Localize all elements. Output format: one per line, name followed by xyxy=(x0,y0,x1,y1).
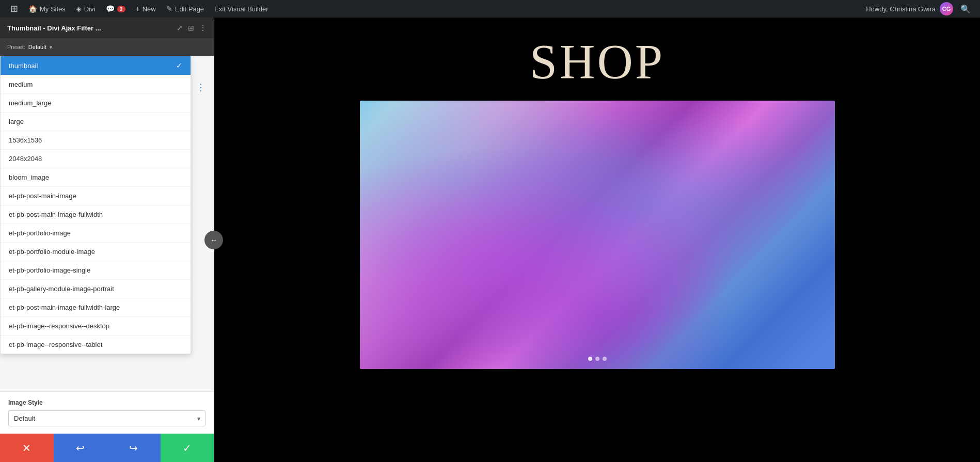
dropdown-item-bloom-label: bloom_image xyxy=(9,173,49,181)
howdy-text: Howdy, Christina Gwira xyxy=(866,5,936,13)
dropdown-item-portfolio[interactable]: et-pb-portfolio-image xyxy=(1,224,191,243)
dropdown-item-bloom[interactable]: bloom_image xyxy=(1,168,191,187)
preset-bar: Preset: Default ▾ xyxy=(0,38,214,56)
plus-icon: + xyxy=(136,5,140,13)
dropdown-item-post-main-fullwidth-label: et-pb-post-main-image-fullwidth xyxy=(9,211,103,218)
dropdown-item-thumbnail[interactable]: thumbnail ✓ xyxy=(1,56,191,75)
dropdown-item-post-main-label: et-pb-post-main-image xyxy=(9,192,76,200)
dropdown-item-responsive-tablet[interactable]: et-pb-image--responsive--tablet xyxy=(1,336,191,354)
dropdown-item-medium-large-label: medium_large xyxy=(9,99,51,107)
my-sites-label: My Sites xyxy=(40,5,66,13)
search-icon[interactable]: 🔍 xyxy=(957,4,974,14)
resize-icon: ↔ xyxy=(210,236,217,244)
main-content: SHOP xyxy=(214,18,980,462)
bottom-actions: ✕ ↩ ↪ ✓ xyxy=(0,434,214,462)
dropdown-item-portfolio-module-label: et-pb-portfolio-module-image xyxy=(9,248,95,256)
edit-page-label: Edit Page xyxy=(175,5,204,13)
dropdown-item-thumbnail-label: thumbnail xyxy=(9,62,38,70)
admin-bar-right: Howdy, Christina Gwira CG 🔍 xyxy=(866,2,974,15)
dropdown-item-1536[interactable]: 1536x1536 xyxy=(1,131,191,150)
redo-button[interactable]: ↪ xyxy=(107,434,161,462)
dropdown-item-medium-label: medium xyxy=(9,81,33,88)
image-style-select-wrapper: Default Circle Rounded Shadow ▾ xyxy=(8,410,206,426)
redo-icon: ↪ xyxy=(129,442,138,454)
new-label: New xyxy=(143,5,156,13)
panel-content: ⋮ thumbnail ✓ medium medium_large large … xyxy=(0,56,214,434)
more-options-icon[interactable]: ⋮ xyxy=(199,24,207,32)
confirm-button[interactable]: ✓ xyxy=(161,434,214,462)
dropdown-item-large-label: large xyxy=(9,118,24,125)
edit-icon: ✎ xyxy=(166,5,172,13)
panel-header-icons: ⤢ ⊞ ⋮ xyxy=(177,24,207,32)
admin-bar: ⊞ 🏠 My Sites ◈ Divi 💬 3 + New ✎ Edit Pag… xyxy=(0,0,980,18)
shop-image xyxy=(360,101,835,369)
preset-label: Preset: xyxy=(7,44,25,50)
undo-icon: ↩ xyxy=(76,442,85,454)
dropdown-item-responsive-desktop-label: et-pb-image--responsive--desktop xyxy=(9,322,109,330)
image-size-dropdown: thumbnail ✓ medium medium_large large 15… xyxy=(0,56,191,354)
slide-dot-1[interactable] xyxy=(588,357,592,361)
panel-title: Thumbnail - Divi Ajax Filter ... xyxy=(7,24,101,32)
new-content-menu[interactable]: + New xyxy=(132,0,160,18)
resize-handle[interactable]: ↔ xyxy=(204,231,223,249)
image-style-select[interactable]: Default Circle Rounded Shadow xyxy=(8,410,206,426)
admin-bar-left: ⊞ 🏠 My Sites ◈ Divi 💬 3 + New ✎ Edit Pag… xyxy=(6,0,863,18)
wordpress-logo[interactable]: ⊞ xyxy=(6,0,22,18)
my-sites-menu[interactable]: 🏠 My Sites xyxy=(24,0,70,18)
checkmark-icon: ✓ xyxy=(176,61,182,70)
dropdown-item-2048[interactable]: 2048x2048 xyxy=(1,150,191,168)
dots-indicator xyxy=(588,357,607,361)
dropdown-item-portfolio-module[interactable]: et-pb-portfolio-module-image xyxy=(1,243,191,261)
left-panel: Thumbnail - Divi Ajax Filter ... ⤢ ⊞ ⋮ P… xyxy=(0,18,214,462)
panel-header: Thumbnail - Divi Ajax Filter ... ⤢ ⊞ ⋮ xyxy=(0,18,214,38)
image-style-section: Image Style Default Circle Rounded Shado… xyxy=(0,391,214,434)
confirm-icon: ✓ xyxy=(183,442,192,454)
dropdown-item-responsive-tablet-label: et-pb-image--responsive--tablet xyxy=(9,341,102,348)
dropdown-item-post-main[interactable]: et-pb-post-main-image xyxy=(1,187,191,205)
cancel-button[interactable]: ✕ xyxy=(0,434,54,462)
dropdown-item-2048-label: 2048x2048 xyxy=(9,155,42,163)
divi-menu[interactable]: ◈ Divi xyxy=(72,0,100,18)
grid-icon[interactable]: ⊞ xyxy=(188,24,194,32)
dropdown-item-gallery-portrait-label: et-pb-gallery-module-image-portrait xyxy=(9,285,114,293)
exit-visual-builder-button[interactable]: Exit Visual Builder xyxy=(210,0,273,18)
dropdown-item-1536-label: 1536x1536 xyxy=(9,136,42,144)
preset-value[interactable]: Default xyxy=(28,44,46,50)
divi-icon: ◈ xyxy=(76,5,82,13)
dropdown-item-medium[interactable]: medium xyxy=(1,75,191,94)
shop-title: SHOP xyxy=(530,18,665,101)
dropdown-item-portfolio-single[interactable]: et-pb-portfolio-image-single xyxy=(1,261,191,280)
comment-icon: 💬 xyxy=(106,5,115,13)
comments-menu[interactable]: 💬 3 xyxy=(102,0,130,18)
dropdown-item-gallery-portrait[interactable]: et-pb-gallery-module-image-portrait xyxy=(1,280,191,298)
undo-button[interactable]: ↩ xyxy=(54,434,107,462)
dropdown-item-portfolio-single-label: et-pb-portfolio-image-single xyxy=(9,266,90,274)
dropdown-item-post-fullwidth-large[interactable]: et-pb-post-main-image-fullwidth-large xyxy=(1,298,191,317)
dropdown-item-portfolio-label: et-pb-portfolio-image xyxy=(9,229,71,237)
dropdown-item-medium-large[interactable]: medium_large xyxy=(1,94,191,113)
exit-builder-label: Exit Visual Builder xyxy=(214,5,268,13)
home-icon: 🏠 xyxy=(28,5,37,13)
dropdown-item-post-main-fullwidth[interactable]: et-pb-post-main-image-fullwidth xyxy=(1,205,191,224)
panel-three-dots[interactable]: ⋮ xyxy=(196,82,206,93)
fullscreen-icon[interactable]: ⤢ xyxy=(177,24,183,32)
preset-chevron-icon: ▾ xyxy=(50,44,52,50)
image-style-label: Image Style xyxy=(8,399,206,406)
dropdown-item-post-fullwidth-large-label: et-pb-post-main-image-fullwidth-large xyxy=(9,304,120,311)
avatar: CG xyxy=(940,2,953,15)
slide-dot-3[interactable] xyxy=(603,357,607,361)
page-layout: Thumbnail - Divi Ajax Filter ... ⤢ ⊞ ⋮ P… xyxy=(0,0,980,462)
divi-label: Divi xyxy=(84,5,96,13)
dropdown-item-responsive-desktop[interactable]: et-pb-image--responsive--desktop xyxy=(1,317,191,336)
comments-badge: 3 xyxy=(117,6,125,12)
edit-page-button[interactable]: ✎ Edit Page xyxy=(162,0,208,18)
cancel-icon: ✕ xyxy=(22,442,31,454)
howdy-section[interactable]: Howdy, Christina Gwira CG xyxy=(866,2,953,15)
slide-dot-2[interactable] xyxy=(595,357,599,361)
dropdown-item-large[interactable]: large xyxy=(1,113,191,131)
